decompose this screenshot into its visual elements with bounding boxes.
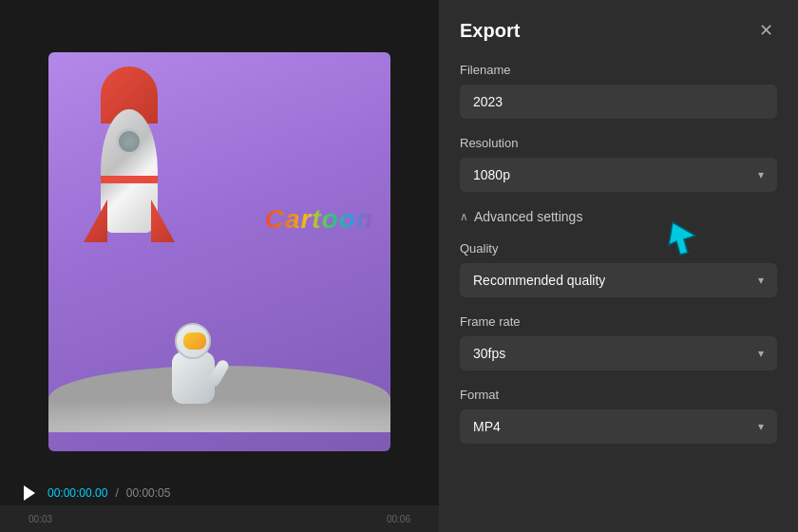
rocket-stripe	[101, 176, 158, 183]
resolution-label: Resolution	[460, 136, 777, 150]
advanced-settings-row[interactable]: ∧ Advanced settings	[460, 209, 777, 224]
time-current: 00:00:00.00	[48, 486, 107, 500]
filename-label: Filename	[460, 63, 777, 77]
quality-select[interactable]: Recommended quality High quality Low qua…	[460, 263, 777, 297]
frame-rate-label: Frame rate	[460, 314, 777, 329]
timeline-bar[interactable]: 00:03 00:06	[0, 505, 439, 532]
close-button[interactable]: ✕	[754, 19, 777, 42]
format-select-wrapper: MP4 MOV AVI GIF ▾	[460, 409, 777, 444]
quality-select-wrapper: Recommended quality High quality Low qua…	[460, 263, 777, 297]
format-select[interactable]: MP4 MOV AVI GIF	[460, 409, 777, 444]
playback-bar: 00:00:00.00 / 00:00:05	[0, 483, 439, 504]
advanced-settings-chevron-icon: ∧	[460, 210, 468, 223]
rocket-body	[101, 109, 158, 233]
resolution-select-wrapper: 1080p 720p 2K 4K ▾	[460, 158, 777, 192]
filename-input[interactable]	[460, 85, 777, 119]
rocket-fin-right	[151, 200, 175, 242]
export-panel: Export ✕ Filename Resolution 1080p 720p …	[439, 0, 798, 532]
video-preview: Cartoon	[48, 52, 390, 451]
format-label: Format	[460, 388, 777, 402]
quality-label: Quality	[460, 241, 777, 256]
export-header: Export ✕	[460, 19, 777, 42]
rocket	[101, 109, 158, 233]
astronaut-visor	[183, 332, 206, 350]
timeline-mark-1: 00:06	[387, 514, 410, 524]
astronaut-body	[172, 352, 215, 404]
frame-rate-select-wrapper: 30fps 24fps 60fps ▾	[460, 336, 777, 370]
video-preview-panel: Cartoon 00:00:00.00 / 00:00:05 00:03 00:…	[0, 0, 439, 532]
rocket-window	[116, 128, 142, 155]
play-icon	[24, 485, 35, 501]
video-container: Cartoon	[48, 52, 390, 451]
astronaut-head	[175, 323, 211, 359]
rocket-fin-left	[84, 200, 107, 242]
play-button[interactable]	[19, 483, 40, 504]
timeline-mark-0: 00:03	[28, 514, 52, 524]
timeline-marks: 00:03 00:06	[28, 514, 410, 524]
frame-rate-select[interactable]: 30fps 24fps 60fps	[460, 336, 777, 370]
time-separator: /	[115, 486, 118, 500]
resolution-select[interactable]: 1080p 720p 2K 4K	[460, 158, 777, 192]
advanced-settings-label: Advanced settings	[474, 209, 582, 224]
time-total: 00:00:05	[126, 486, 171, 500]
export-title: Export	[460, 20, 520, 42]
astronaut	[172, 352, 215, 404]
cartoon-text-overlay: Cartoon	[265, 204, 373, 235]
